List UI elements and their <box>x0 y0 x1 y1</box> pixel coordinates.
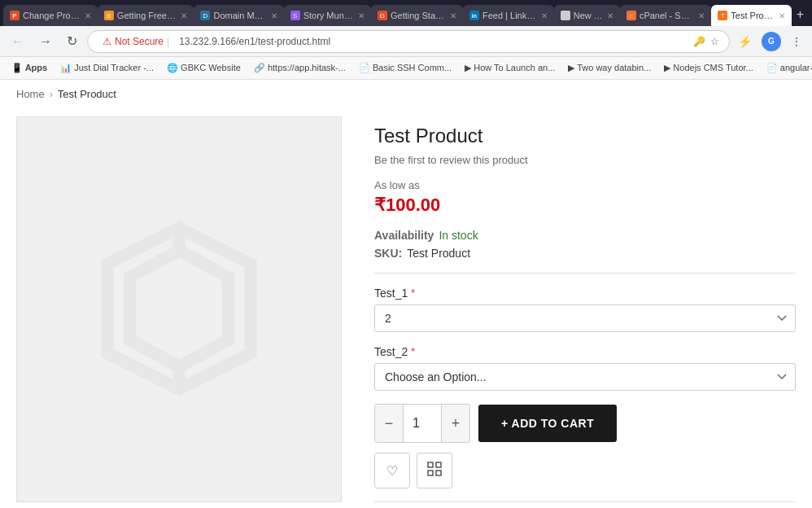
address-bar[interactable]: ⚠ Not Secure | 13.232.9.166/en1/test-pro… <box>87 30 730 53</box>
bookmark-hitask[interactable]: 🔗 https://app.hitask-... <box>249 61 351 75</box>
product-info: Test Product Be the first to review this… <box>374 116 796 502</box>
breadcrumb-current: Test Product <box>58 88 116 100</box>
tab-favicon: T <box>718 11 727 20</box>
breadcrumb-separator: › <box>50 89 53 100</box>
product-review-link[interactable]: Be the first to review this product <box>374 154 796 166</box>
product-image <box>16 116 342 502</box>
tab-new-tab[interactable]: New Tab ✕ <box>554 5 620 26</box>
forward-button[interactable]: → <box>34 31 57 52</box>
tab-close-icon[interactable]: ✕ <box>181 11 187 20</box>
bookmark-just-dial[interactable]: 📊 Just Dial Tracker -... <box>55 61 159 75</box>
security-indicator: ⚠ Not Secure | <box>98 34 174 49</box>
required-star-1: * <box>411 287 415 299</box>
reload-button[interactable]: ↻ <box>62 30 82 52</box>
bookmark-ssh[interactable]: 📄 Basic SSH Comm... <box>354 61 456 75</box>
tab-getting-starte[interactable]: G Getting Starte... ✕ <box>371 5 463 26</box>
tab-domain-mani[interactable]: D Domain Mani... ✕ <box>194 5 283 26</box>
product-title: Test Product <box>374 125 796 147</box>
tab-linkedin[interactable]: in Feed | LinkedIn ✕ <box>463 5 554 26</box>
svg-rect-7 <box>436 471 441 475</box>
tab-close-icon[interactable]: ✕ <box>698 11 705 20</box>
tab-cpanel[interactable]: c cPanel - SSL/... ✕ <box>620 5 711 26</box>
tab-story-munch[interactable]: S Story Munch... ✕ <box>284 5 371 26</box>
price-amount: 100.00 <box>386 195 440 215</box>
wishlist-button[interactable]: ♡ <box>374 453 410 488</box>
heart-icon: ♡ <box>386 463 398 479</box>
new-tab-button[interactable]: + <box>792 6 809 24</box>
nav-bar: ← → ↻ ⚠ Not Secure | 13.232.9.166/en1/te… <box>0 26 812 57</box>
star-icon[interactable]: ☆ <box>710 36 719 47</box>
tab-test-product[interactable]: T Test Product ✕ <box>711 5 791 26</box>
product-meta: Availability In stock SKU: Test Product <box>374 229 796 260</box>
option-select-2[interactable]: Choose an Option... <box>374 363 796 391</box>
tab-label: Test Product <box>731 11 775 20</box>
tab-close-icon[interactable]: ✕ <box>450 11 456 20</box>
compare-button[interactable] <box>417 453 452 488</box>
tab-close-icon[interactable]: ✕ <box>358 11 365 20</box>
browser-chrome: P Change Prope... ✕ B Getting Free W... … <box>0 0 812 80</box>
tab-label: New Tab <box>574 11 604 20</box>
tab-bar: P Change Prope... ✕ B Getting Free W... … <box>0 0 812 26</box>
bookmark-apps[interactable]: 📱 Apps <box>7 61 52 75</box>
page-content: Home › Test Product Test Product Be the … <box>0 80 812 508</box>
quantity-increase-button[interactable]: + <box>442 405 469 442</box>
availability-label: Availability <box>374 229 434 242</box>
quantity-input[interactable] <box>403 405 442 442</box>
tab-close-icon[interactable]: ✕ <box>271 11 277 20</box>
bookmark-gbkc[interactable]: 🌐 GBKC Website <box>162 61 246 75</box>
svg-rect-4 <box>428 462 433 467</box>
tab-label: cPanel - SSL/... <box>640 11 695 20</box>
bookmark-angular[interactable]: 📄 angular-multi-layo... <box>762 61 812 75</box>
divider-2 <box>374 501 796 502</box>
bookmark-nodejs[interactable]: ▶ Nodejs CMS Tutor... <box>659 61 757 75</box>
add-to-cart-button[interactable]: + ADD TO CART <box>478 405 617 442</box>
warning-icon: ⚠ <box>103 36 111 47</box>
tab-favicon: G <box>378 11 387 20</box>
tab-favicon: S <box>290 11 300 20</box>
bookmark-launch[interactable]: ▶ How To Launch an... <box>460 61 560 75</box>
svg-marker-1 <box>130 250 229 366</box>
option-group-2: Test_2 * Choose an Option... <box>374 345 796 391</box>
breadcrumb: Home › Test Product <box>0 80 812 108</box>
option-2-name: Test_2 <box>374 345 408 358</box>
bookmark-databind[interactable]: ▶ Two way databin... <box>563 61 656 75</box>
tab-close-icon[interactable]: ✕ <box>779 11 785 20</box>
sku-label: SKU: <box>374 247 402 260</box>
svg-rect-6 <box>428 471 433 475</box>
option-group-1: Test_1 * 2 3 4 <box>374 287 796 332</box>
price-currency: ₹ <box>374 195 386 215</box>
price-value: ₹100.00 <box>374 195 796 216</box>
product-image-placeholder <box>89 219 268 401</box>
profile-button[interactable]: G <box>758 28 784 55</box>
menu-button[interactable]: ⋮ <box>788 32 805 51</box>
option-select-1[interactable]: 2 3 4 <box>374 304 796 332</box>
tab-close-icon[interactable]: ✕ <box>85 11 91 20</box>
option-label-1: Test_1 * <box>374 287 796 300</box>
quantity-control: − + <box>374 404 470 443</box>
tab-label: Getting Starte... <box>391 11 447 20</box>
tab-close-icon[interactable]: ✕ <box>541 11 548 20</box>
tab-label: Feed | LinkedIn <box>482 11 538 20</box>
availability-row: Availability In stock <box>374 229 796 242</box>
quantity-decrease-button[interactable]: − <box>375 405 403 442</box>
required-star-2: * <box>411 346 415 357</box>
breadcrumb-home[interactable]: Home <box>16 88 45 100</box>
tab-close-icon[interactable]: ✕ <box>607 11 613 20</box>
tab-change-prope[interactable]: P Change Prope... ✕ <box>3 5 98 26</box>
price-label: As low as <box>374 179 796 191</box>
extensions-icon[interactable]: ⚡ <box>735 32 755 51</box>
security-label: Not Secure <box>115 36 164 47</box>
tab-favicon: P <box>10 11 20 20</box>
sku-value: Test Product <box>407 247 470 260</box>
sku-row: SKU: Test Product <box>374 247 796 260</box>
option-1-name: Test_1 <box>374 287 408 300</box>
price-block: As low as ₹100.00 <box>374 179 796 216</box>
svg-rect-5 <box>436 462 441 467</box>
tab-getting-free[interactable]: B Getting Free W... ✕ <box>98 5 194 26</box>
tab-label: Change Prope... <box>23 11 81 20</box>
qty-cart-row: − + + ADD TO CART <box>374 404 796 443</box>
back-button[interactable]: ← <box>7 31 29 52</box>
bookmarks-bar: 📱 Apps 📊 Just Dial Tracker -... 🌐 GBKC W… <box>0 57 812 80</box>
address-text[interactable]: 13.232.9.166/en1/test-product.html <box>179 36 688 47</box>
compare-icon <box>427 462 442 480</box>
